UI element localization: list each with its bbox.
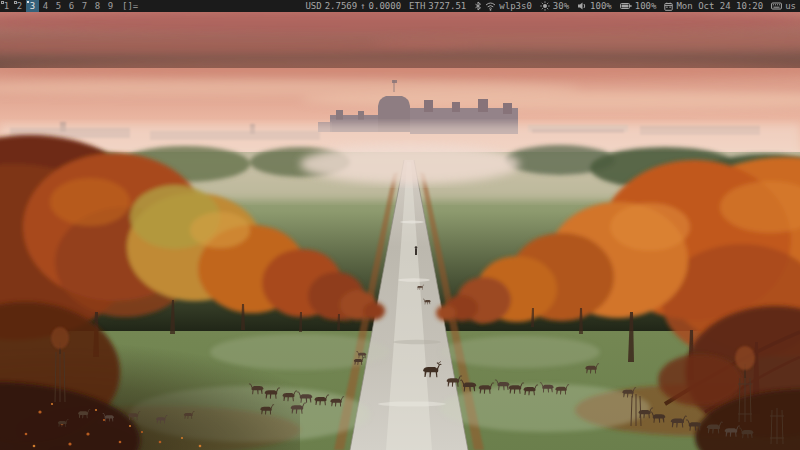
workspace-tag-8[interactable]: 8 (91, 0, 104, 12)
tag-label: 5 (56, 1, 61, 11)
status-network: wlp3s0 (474, 0, 532, 12)
keyboard-layout-value: us (785, 0, 796, 12)
status-bar: 1 2 3 4 5 6 7 8 9 []= USD 2.7569 ↑ 0.000… (0, 0, 800, 12)
tag-label: 2 (17, 1, 22, 11)
status-brightness: 30% (540, 0, 569, 12)
tag-occupied-indicator (14, 1, 17, 4)
workspace-tag-4[interactable]: 4 (39, 0, 52, 12)
brightness-icon (540, 1, 550, 11)
tag-label: 1 (4, 1, 9, 11)
status-volume: 100% (577, 0, 612, 12)
workspace-tag-2[interactable]: 2 (13, 0, 26, 12)
calendar-icon (664, 2, 673, 11)
layout-symbol[interactable]: []= (122, 0, 138, 12)
status-usd: USD 2.7569 ↑ 0.0000 (305, 0, 401, 12)
workspace-tags: 1 2 3 4 5 6 7 8 9 (0, 0, 117, 12)
status-text-area: USD 2.7569 ↑ 0.0000 ETH 3727.51 wlp3s0 (305, 0, 800, 12)
volume-value: 100% (590, 0, 612, 12)
usd-label: USD (305, 0, 321, 12)
workspace-tag-1[interactable]: 1 (0, 0, 13, 12)
workspace-tag-5[interactable]: 5 (52, 0, 65, 12)
usd-change: 0.0000 (369, 0, 402, 12)
tag-label: 3 (30, 1, 35, 11)
volume-icon (577, 1, 587, 11)
datetime-value: Mon Oct 24 10:20 (676, 0, 763, 12)
status-battery: 100% (620, 0, 657, 12)
wifi-interface-label: wlp3s0 (499, 0, 532, 12)
wifi-icon (485, 1, 496, 11)
brightness-value: 30% (553, 0, 569, 12)
workspace-tag-9[interactable]: 9 (104, 0, 117, 12)
tag-label: 8 (95, 1, 100, 11)
tag-label: 6 (69, 1, 74, 11)
status-keyboard-layout: us (771, 0, 796, 12)
wallpaper-image (0, 12, 800, 450)
desktop: 1 2 3 4 5 6 7 8 9 []= USD 2.7569 ↑ 0.000… (0, 0, 800, 450)
bluetooth-icon (474, 1, 482, 11)
up-arrow-icon: ↑ (360, 0, 365, 12)
tag-label: 4 (43, 1, 48, 11)
tag-occupied-indicator (27, 1, 29, 3)
battery-icon (620, 2, 632, 10)
battery-value: 100% (635, 0, 657, 12)
eth-label: ETH (409, 0, 425, 12)
tag-label: 9 (108, 1, 113, 11)
keyboard-icon (771, 2, 782, 10)
person-silhouette (415, 246, 418, 255)
tag-label: 7 (82, 1, 87, 11)
workspace-tag-7[interactable]: 7 (78, 0, 91, 12)
status-clock: Mon Oct 24 10:20 (664, 0, 763, 12)
workspace-tag-3-selected[interactable]: 3 (26, 0, 39, 12)
status-eth: ETH 3727.51 (409, 0, 466, 12)
tag-occupied-indicator (1, 1, 4, 4)
usd-price: 2.7569 (325, 0, 358, 12)
workspace-tag-6[interactable]: 6 (65, 0, 78, 12)
eth-price: 3727.51 (428, 0, 466, 12)
